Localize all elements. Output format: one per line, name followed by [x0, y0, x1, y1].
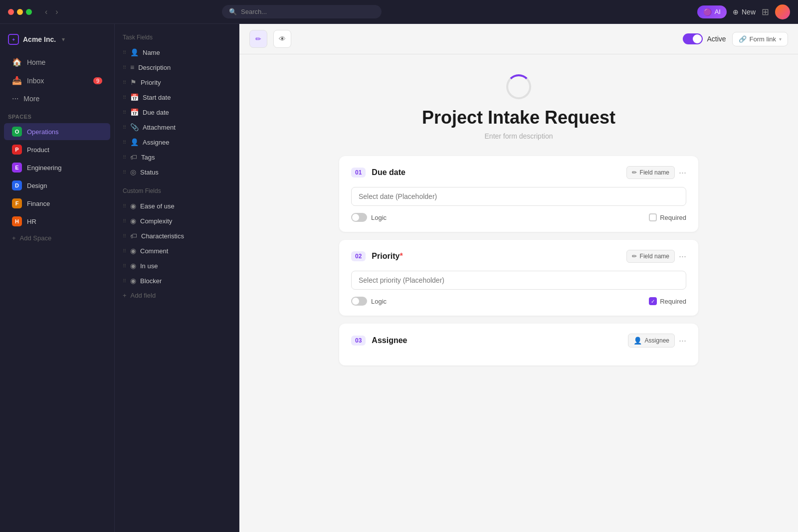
brand[interactable]: ✦ Acme Inc. ▾	[0, 30, 114, 53]
field-complexity[interactable]: ⠿ ◉ Complexity	[115, 213, 239, 228]
sidebar-item-inbox[interactable]: 📥 Inbox 9	[4, 72, 110, 89]
card-3-field-name-label: Assignee	[645, 337, 669, 344]
card-2-required: ✓ Required	[649, 297, 686, 305]
main-layout: ✦ Acme Inc. ▾ 🏠 Home 📥 Inbox 9 ··· More …	[0, 24, 798, 532]
drag-handle: ⠿	[123, 203, 126, 209]
form-title: Project Intake Request	[422, 107, 615, 128]
preview-button[interactable]: 👁	[273, 30, 291, 48]
user-avatar[interactable]	[775, 4, 790, 19]
fields-panel: Task Fields ⠿ 👤 Name ⠿ ≡ Description ⠿ ⚑…	[115, 24, 239, 532]
card-2-logic-switch[interactable]	[351, 297, 367, 306]
card-2-footer: Logic ✓ Required	[351, 297, 686, 306]
field-characteristics[interactable]: ⠿ 🏷 Characteristics	[115, 228, 239, 243]
grid-icon[interactable]: ⊞	[762, 6, 769, 17]
maximize-dot[interactable]	[26, 9, 32, 15]
priority-input[interactable]	[351, 271, 686, 290]
card-1-required-label: Required	[660, 214, 686, 221]
header-right: Active 🔗 Form link ▾	[683, 32, 788, 46]
add-space-label: Add Space	[20, 234, 52, 242]
form-description: Enter form description	[485, 132, 553, 140]
field-ease-of-use[interactable]: ⠿ ◉ Ease of use	[115, 198, 239, 213]
drag-handle: ⠿	[123, 278, 126, 284]
field-comment[interactable]: ⠿ ◉ Comment	[115, 243, 239, 258]
toggle-knob	[693, 34, 702, 43]
card-3-more-button[interactable]: ···	[679, 336, 686, 346]
description-icon: ≡	[130, 63, 134, 71]
close-dot[interactable]	[8, 9, 14, 15]
card-2-required-label: Required	[660, 298, 686, 305]
add-field-button[interactable]: + Add field	[115, 288, 239, 303]
sidebar-item-finance[interactable]: F Finance	[4, 195, 110, 212]
hr-dot: H	[12, 216, 22, 226]
card-2-more-button[interactable]: ···	[679, 251, 686, 262]
card-1-logic-switch[interactable]	[351, 213, 367, 222]
field-priority-label: Priority	[141, 79, 161, 86]
sidebar-item-home-label: Home	[27, 58, 45, 66]
form-link-button[interactable]: 🔗 Form link ▾	[732, 32, 788, 46]
form-area: Project Intake Request Enter form descri…	[239, 54, 798, 532]
field-status[interactable]: ⠿ ◎ Status	[115, 165, 239, 179]
form-card-due-date: 01 Due date ✏ Field name ··· Logic	[339, 156, 698, 232]
loading-spinner	[506, 74, 531, 99]
field-description[interactable]: ⠿ ≡ Description	[115, 60, 239, 75]
field-assignee[interactable]: ⠿ 👤 Assignee	[115, 135, 239, 150]
field-name[interactable]: ⠿ 👤 Name	[115, 45, 239, 60]
forward-arrow[interactable]: ›	[52, 6, 61, 17]
field-blocker[interactable]: ⠿ ◉ Blocker	[115, 273, 239, 288]
card-2-field-name-button[interactable]: ✏ Field name	[626, 250, 675, 263]
drag-handle: ⠿	[123, 95, 126, 100]
card-3-title: Assignee	[372, 336, 627, 345]
drag-handle: ⠿	[123, 140, 126, 145]
ai-button[interactable]: 🟣 AI	[697, 5, 727, 18]
sidebar-item-design[interactable]: D Design	[4, 177, 110, 194]
card-1-more-button[interactable]: ···	[679, 168, 686, 178]
drag-handle: ⠿	[123, 263, 126, 269]
sidebar-item-operations[interactable]: O Operations	[4, 123, 110, 140]
card-1-field-name-button[interactable]: ✏ Field name	[626, 166, 675, 179]
field-due-date[interactable]: ⠿ 📅 Due date	[115, 105, 239, 120]
sidebar-item-more[interactable]: ··· More	[4, 90, 110, 107]
card-3-field-name-button[interactable]: 👤 Assignee	[628, 334, 675, 348]
field-in-use[interactable]: ⠿ ◉ In use	[115, 258, 239, 273]
sidebar-item-engineering[interactable]: E Engineering	[4, 159, 110, 176]
active-toggle-switch[interactable]	[683, 33, 703, 44]
field-start-date[interactable]: ⠿ 📅 Start date	[115, 90, 239, 105]
field-attachment[interactable]: ⠿ 📎 Attachment	[115, 120, 239, 135]
drag-handle: ⠿	[123, 110, 126, 115]
name-icon: 👤	[130, 48, 139, 56]
card-2-required-checkbox[interactable]: ✓	[649, 297, 657, 305]
card-2-logic-label: Logic	[371, 298, 387, 305]
search-bar[interactable]: 🔍 Search...	[222, 5, 382, 18]
field-name-label: Name	[143, 49, 160, 56]
pencil-icon: ✏	[255, 35, 261, 43]
card-1-required-checkbox[interactable]	[649, 213, 657, 221]
sidebar-item-inbox-label: Inbox	[27, 77, 44, 85]
back-arrow[interactable]: ‹	[42, 6, 50, 17]
more-icon: ···	[12, 94, 18, 103]
sidebar-item-product[interactable]: P Product	[4, 141, 110, 158]
new-button[interactable]: ⊕ New	[733, 8, 756, 16]
field-assignee-label: Assignee	[143, 139, 169, 146]
minimize-dot[interactable]	[17, 9, 23, 15]
field-attachment-label: Attachment	[143, 124, 176, 131]
due-date-input[interactable]	[351, 187, 686, 206]
sidebar-item-hr-label: HR	[27, 218, 36, 225]
eye-icon: 👁	[279, 35, 286, 43]
field-tags[interactable]: ⠿ 🏷 Tags	[115, 150, 239, 165]
card-2-header: 02 Priority* ✏ Field name ···	[351, 250, 686, 263]
sidebar-item-hr[interactable]: H HR	[4, 213, 110, 230]
edit-button[interactable]: ✏	[249, 30, 267, 48]
form-card-assignee: 03 Assignee 👤 Assignee ···	[339, 324, 698, 365]
add-space-icon: +	[12, 234, 16, 242]
field-priority[interactable]: ⠿ ⚑ Priority	[115, 75, 239, 90]
add-space-button[interactable]: + Add Space	[4, 231, 110, 245]
field-blocker-label: Blocker	[140, 277, 162, 285]
card-1-title: Due date	[372, 168, 626, 177]
card-2-field-name-label: Field name	[640, 253, 669, 260]
spaces-header: Spaces	[0, 108, 114, 123]
sidebar-item-home[interactable]: 🏠 Home	[4, 53, 110, 71]
add-field-label: Add field	[131, 292, 156, 299]
drag-handle: ⠿	[123, 80, 126, 85]
home-icon: 🏠	[12, 57, 22, 67]
sidebar-item-more-label: More	[23, 95, 39, 103]
